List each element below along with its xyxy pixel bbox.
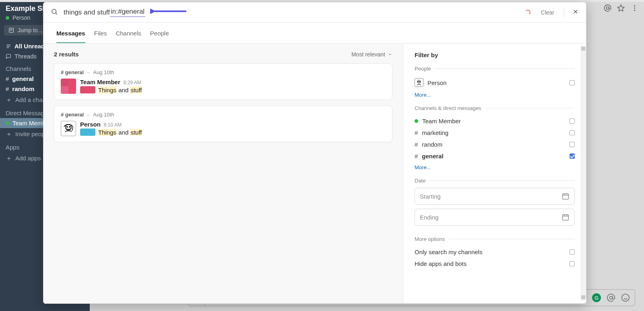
list-icon — [6, 44, 11, 49]
clear-button[interactable]: Clear — [541, 9, 554, 16]
scroll-up-icon[interactable] — [581, 47, 585, 51]
search-query-text: things and stuff — [64, 8, 110, 17]
filter-channel-random[interactable]: #random — [415, 139, 575, 150]
filter-label: marketing — [422, 129, 448, 136]
checkbox[interactable] — [570, 153, 575, 159]
calendar-icon — [561, 192, 570, 200]
svg-point-9 — [418, 81, 419, 82]
close-button[interactable] — [572, 8, 579, 17]
threads-icon — [6, 54, 11, 59]
tab-people[interactable]: People — [150, 24, 169, 43]
filter-channel-marketing[interactable]: #marketing — [415, 127, 575, 139]
tab-files[interactable]: Files — [94, 24, 107, 43]
date-starting[interactable]: Starting — [415, 188, 575, 205]
checkbox[interactable] — [570, 130, 575, 135]
avatar — [61, 121, 76, 136]
filter-channels-label: Channels & direct messages — [415, 105, 575, 111]
date-placeholder: Starting — [420, 193, 441, 200]
mention-icon[interactable] — [604, 4, 611, 12]
svg-point-7 — [69, 126, 70, 127]
search-query-modifier: in:#general — [110, 8, 145, 17]
result-author: Team Member — [80, 79, 120, 85]
more-people[interactable]: More... — [415, 92, 575, 98]
avatar — [61, 79, 76, 94]
loading-spinner-icon — [525, 10, 530, 15]
checkbox[interactable] — [570, 142, 575, 147]
checkbox[interactable] — [570, 249, 575, 255]
hash-icon: # — [6, 75, 9, 82]
presence-dot-icon — [6, 16, 9, 20]
threads-label: Threads — [14, 53, 37, 60]
annotation-arrow-icon — [150, 8, 187, 17]
result-message: Things and stuff — [80, 86, 386, 93]
filter-label: Person — [427, 79, 447, 86]
filter-label: Team Member — [422, 118, 461, 124]
svg-point-15 — [634, 7, 635, 8]
result-time: 8:29 AM — [124, 80, 141, 85]
filter-people-label: People — [415, 66, 575, 72]
tab-channels[interactable]: Channels — [116, 24, 141, 43]
divider — [564, 8, 564, 17]
search-tabs: Messages Files Channels People — [43, 23, 586, 44]
sort-label: Most relevant — [351, 51, 385, 58]
plus-icon: ＋ — [6, 97, 12, 103]
result-author: Person — [80, 121, 101, 128]
results-column: 2 results Most relevant # general – Aug … — [43, 44, 403, 303]
date-placeholder: Ending — [420, 214, 439, 221]
jump-to-label: Jump to... — [18, 27, 42, 33]
filter-label: Hide apps and bots — [415, 260, 466, 267]
plus-icon: ＋ — [6, 155, 12, 162]
search-result[interactable]: # general – Aug 10th Person 6:10 AM — [54, 106, 392, 142]
result-time: 6:10 AM — [104, 122, 122, 128]
scrollbar[interactable] — [580, 46, 586, 300]
result-date: Aug 10th — [93, 112, 114, 118]
filter-person[interactable]: Person — [415, 76, 575, 89]
svg-point-6 — [67, 126, 68, 127]
plus-icon: ＋ — [6, 131, 12, 137]
svg-rect-11 — [563, 194, 569, 199]
result-channel: # general — [61, 69, 84, 75]
filter-label: random — [422, 141, 442, 148]
search-bar: things and stuff in:#general Clear — [43, 2, 586, 23]
search-body: 2 results Most relevant # general – Aug … — [43, 44, 586, 303]
filter-more-options-label: More options — [415, 236, 575, 242]
date-ending[interactable]: Ending — [415, 209, 575, 226]
filter-column: Filter by People Person More... Channels… — [403, 44, 586, 303]
filter-channel-team-member[interactable]: Team Member — [415, 115, 575, 127]
checkbox[interactable] — [570, 80, 575, 85]
search-input[interactable]: things and stuff in:#general — [64, 8, 519, 17]
checkbox[interactable] — [570, 118, 575, 124]
star-icon[interactable] — [617, 4, 625, 12]
hash-icon: # — [415, 141, 418, 148]
scroll-down-icon[interactable] — [581, 295, 585, 299]
search-result[interactable]: # general – Aug 10th Team Member 8:29 AM… — [54, 63, 392, 100]
filter-date-label: Date — [415, 178, 575, 184]
channel-label: random — [12, 85, 34, 92]
tab-messages[interactable]: Messages — [56, 24, 85, 43]
hash-icon: # — [6, 85, 9, 92]
avatar-icon — [415, 78, 423, 87]
search-panel: things and stuff in:#general Clear Messa… — [43, 2, 586, 304]
svg-point-3 — [52, 9, 56, 14]
filter-hide-apps-bots[interactable]: Hide apps and bots — [415, 258, 575, 270]
results-count: 2 results — [54, 51, 79, 58]
calendar-icon — [561, 213, 570, 221]
more-icon[interactable] — [631, 4, 638, 12]
filter-channel-general[interactable]: #general — [415, 150, 575, 162]
filter-only-my-channels[interactable]: Only search my channels — [415, 246, 575, 258]
checkbox[interactable] — [570, 261, 575, 266]
hash-icon: # — [415, 129, 418, 136]
sort-select[interactable]: Most relevant — [351, 51, 392, 58]
svg-point-10 — [419, 81, 420, 82]
current-user-name: Person — [12, 15, 30, 21]
browser-toolbar — [604, 0, 644, 16]
svg-point-13 — [606, 7, 609, 9]
presence-dot-icon — [415, 119, 418, 123]
more-channels[interactable]: More... — [415, 164, 575, 170]
filter-label: Only search my channels — [415, 249, 482, 255]
chevron-down-icon — [388, 52, 392, 57]
result-message: Things and stuff — [80, 129, 386, 136]
filter-label: general — [422, 153, 443, 160]
hash-icon: # — [415, 153, 418, 160]
result-meta: # general – Aug 10th — [61, 112, 386, 118]
